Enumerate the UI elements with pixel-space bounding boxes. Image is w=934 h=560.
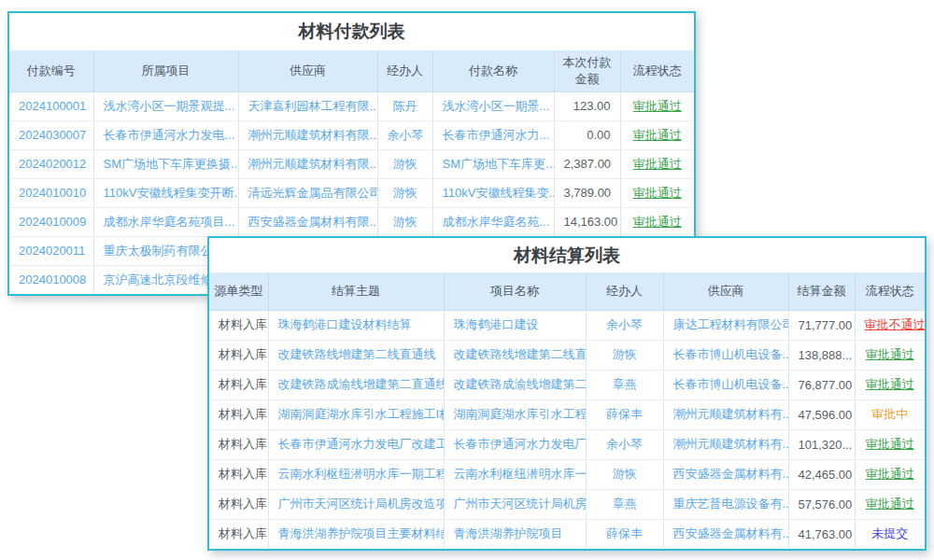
table-row: 2024010010 110kV安徽线程集变开断... 清远光辉金属品有限公司 …: [9, 178, 694, 207]
cell-amount: 138,888...: [788, 340, 855, 370]
payment-table-header-row: 付款编号 所属项目 供应商 经办人 付款名称 本次付款金额 流程状态: [9, 50, 694, 91]
cell-status[interactable]: 审批通过: [620, 207, 694, 236]
cell-amount: 71,777.00: [788, 310, 855, 340]
cell-supplier[interactable]: 西安盛器金属材料有...: [663, 519, 788, 549]
table-row: 2024020012 SM广场地下车库更换摄... 潮州元顺建筑材料有限... …: [9, 149, 694, 178]
settlement-table-header-row: 源单类型 结算主题 项目名称 经办人 供应商 结算金额 流程状态: [209, 273, 925, 310]
cell-supplier[interactable]: 清远光辉金属品有限公司: [238, 178, 377, 207]
cell-source-type: 材料入库: [209, 489, 268, 519]
cell-payment-name[interactable]: 110kV安徽线程集变...: [432, 178, 554, 207]
cell-project[interactable]: 成都水岸华庭名苑项目...: [93, 207, 238, 236]
cell-handler[interactable]: 游恢: [586, 459, 663, 489]
cell-supplier[interactable]: 潮州元顺建筑材料有...: [663, 399, 788, 429]
cell-status: 审批中: [855, 399, 925, 429]
cell-handler[interactable]: 游恢: [377, 178, 432, 207]
cell-subject[interactable]: 青海洪湖养护院项目主要材料结算: [268, 519, 444, 549]
cell-payment-name[interactable]: 浅水湾小区一期景...: [432, 91, 554, 120]
cell-handler[interactable]: 余小琴: [377, 120, 432, 149]
cell-handler[interactable]: 游恢: [377, 207, 432, 236]
cell-supplier[interactable]: 潮州元顺建筑材料有限...: [238, 149, 377, 178]
cell-handler[interactable]: 游恢: [586, 340, 663, 370]
cell-subject[interactable]: 长春市伊通河水力发电厂改建工程...: [268, 429, 444, 459]
table-row: 材料入库 云南水利枢纽潜明水库一期工程施... 云南水利枢纽潜明水库一... 游…: [209, 459, 925, 489]
cell-amount: 123.00: [554, 91, 620, 120]
cell-amount: 3,789.00: [554, 178, 620, 207]
cell-status[interactable]: 审批通过: [855, 429, 925, 459]
cell-handler[interactable]: 陈丹: [377, 91, 432, 120]
cell-status[interactable]: 审批通过: [620, 149, 694, 178]
cell-supplier[interactable]: 天津嘉利园林工程有限...: [238, 91, 377, 120]
cell-handler[interactable]: 游恢: [377, 149, 432, 178]
col-header-project: 所属项目: [93, 50, 238, 91]
cell-payment-no[interactable]: 2024010009: [9, 207, 93, 236]
cell-payment-no[interactable]: 2024020012: [9, 149, 93, 178]
cell-status[interactable]: 审批通过: [620, 178, 694, 207]
cell-payment-no[interactable]: 2024030007: [9, 120, 93, 149]
cell-project[interactable]: 长春市伊通河水力发电...: [93, 120, 238, 149]
cell-payment-no[interactable]: 2024020011: [9, 236, 93, 265]
cell-project-name[interactable]: 广州市天河区统计局机房...: [444, 489, 586, 519]
col-header-status: 流程状态: [855, 273, 925, 310]
cell-supplier[interactable]: 长春市博山机电设备...: [663, 370, 788, 399]
cell-source-type: 材料入库: [209, 340, 268, 370]
cell-project[interactable]: 110kV安徽线程集变开断...: [93, 178, 238, 207]
cell-supplier[interactable]: 康达工程材料有限公司: [663, 310, 788, 340]
col-header-subject: 结算主题: [268, 273, 444, 310]
cell-subject[interactable]: 湖南洞庭湖水库引水工程施工I标材...: [268, 399, 444, 429]
cell-handler[interactable]: 章燕: [586, 370, 663, 399]
cell-payment-no[interactable]: 2024010010: [9, 178, 93, 207]
cell-amount: 0.00: [554, 120, 620, 149]
cell-supplier[interactable]: 西安盛器金属材料有...: [663, 459, 788, 489]
cell-subject[interactable]: 云南水利枢纽潜明水库一期工程施...: [268, 459, 444, 489]
cell-status[interactable]: 审批通过: [620, 91, 694, 120]
cell-payment-name[interactable]: SM广场地下车库更...: [432, 149, 554, 178]
table-row: 2024100001 浅水湾小区一期景观提... 天津嘉利园林工程有限... 陈…: [9, 91, 694, 120]
cell-project-name[interactable]: 青海洪湖养护院项目: [444, 519, 586, 549]
cell-project-name[interactable]: 云南水利枢纽潜明水库一...: [444, 459, 586, 489]
settlement-table: 源单类型 结算主题 项目名称 经办人 供应商 结算金额 流程状态 材料入库 珠海…: [209, 273, 925, 549]
cell-payment-name[interactable]: 成都水岸华庭名苑...: [432, 207, 554, 236]
cell-project[interactable]: 浅水湾小区一期景观提...: [93, 91, 238, 120]
cell-handler[interactable]: 余小琴: [586, 310, 663, 340]
col-header-handler: 经办人: [586, 273, 663, 310]
cell-project-name[interactable]: 改建铁路线增建第二线直...: [444, 340, 586, 370]
cell-status[interactable]: 审批通过: [855, 340, 925, 370]
cell-status[interactable]: 审批通过: [620, 120, 694, 149]
settlement-list-window: 材料结算列表 源单类型 结算主题 项目名称 经办人 供应商 结算金额 流程状态 …: [207, 236, 927, 551]
cell-payment-name[interactable]: 长春市伊通河水力...: [432, 120, 554, 149]
cell-source-type: 材料入库: [209, 519, 268, 549]
cell-subject[interactable]: 珠海鹤港口建设材料结算: [268, 310, 444, 340]
cell-project-name[interactable]: 珠海鹤港口建设: [444, 310, 586, 340]
cell-status[interactable]: 审批通过: [855, 489, 925, 519]
cell-status[interactable]: 审批通过: [855, 370, 925, 399]
col-header-status: 流程状态: [620, 50, 694, 91]
cell-subject[interactable]: 改建铁路线增建第二线直通线（成...: [268, 340, 444, 370]
cell-payment-no[interactable]: 2024010008: [9, 265, 93, 294]
cell-project-name[interactable]: 长春市伊通河水力发电厂...: [444, 429, 586, 459]
cell-handler[interactable]: 余小琴: [586, 429, 663, 459]
cell-project-name[interactable]: 改建铁路成渝线增建第二...: [444, 370, 586, 399]
cell-handler[interactable]: 薛保丰: [586, 519, 663, 549]
cell-payment-no[interactable]: 2024100001: [9, 91, 93, 120]
cell-supplier[interactable]: 西安盛器金属材料有限...: [238, 207, 377, 236]
cell-status[interactable]: 审批不通过: [855, 310, 925, 340]
cell-project-name[interactable]: 湖南洞庭湖水库引水工程...: [444, 399, 586, 429]
cell-subject[interactable]: 改建铁路成渝线增建第二直通线（...: [268, 370, 444, 399]
cell-supplier[interactable]: 潮州元顺建筑材料有限...: [238, 120, 377, 149]
cell-project[interactable]: SM广场地下车库更换摄...: [93, 149, 238, 178]
table-row: 材料入库 广州市天河区统计局机房改造项目... 广州市天河区统计局机房... 章…: [209, 489, 925, 519]
cell-supplier[interactable]: 长春市博山机电设备...: [663, 340, 788, 370]
cell-amount: 41,763.00: [788, 519, 855, 549]
col-header-amount: 本次付款金额: [554, 50, 620, 91]
cell-source-type: 材料入库: [209, 399, 268, 429]
cell-amount: 101,320...: [788, 429, 855, 459]
cell-supplier[interactable]: 重庆艺普电源设备有...: [663, 489, 788, 519]
col-header-payment-no: 付款编号: [9, 50, 93, 91]
cell-handler[interactable]: 薛保丰: [586, 399, 663, 429]
cell-subject[interactable]: 广州市天河区统计局机房改造项目...: [268, 489, 444, 519]
cell-supplier[interactable]: 潮州元顺建筑材料有...: [663, 429, 788, 459]
cell-status[interactable]: 审批通过: [855, 459, 925, 489]
table-row: 材料入库 长春市伊通河水力发电厂改建工程... 长春市伊通河水力发电厂... 余…: [209, 429, 925, 459]
cell-handler[interactable]: 章燕: [586, 489, 663, 519]
table-row: 材料入库 青海洪湖养护院项目主要材料结算 青海洪湖养护院项目 薛保丰 西安盛器金…: [209, 519, 925, 549]
